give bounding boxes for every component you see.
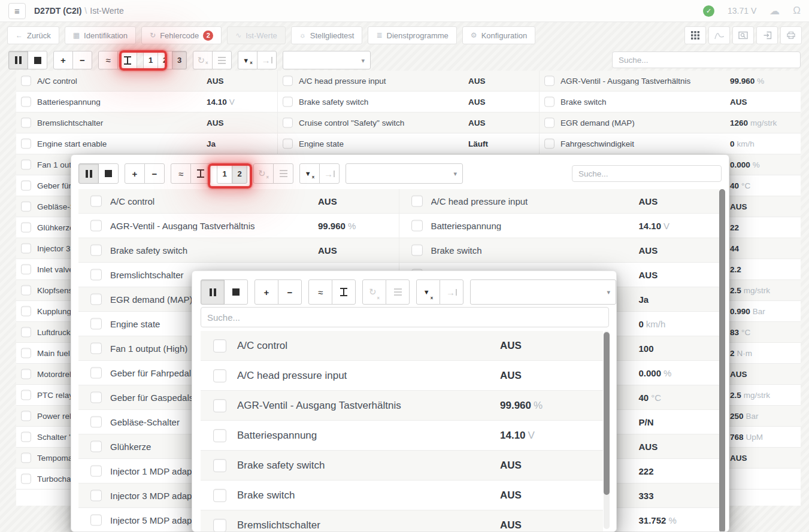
row-checkbox[interactable] <box>411 245 423 256</box>
row-checkbox[interactable] <box>21 76 31 86</box>
row-checkbox[interactable] <box>213 489 226 502</box>
row-checkbox[interactable] <box>283 139 293 149</box>
remove-parameter-button[interactable]: − <box>72 51 92 69</box>
clear-filter-button[interactable]: ▼x <box>238 51 257 69</box>
graph-mode-button[interactable]: ≈ <box>171 163 191 184</box>
parameter-row[interactable]: Brake safety switch AUS <box>78 238 399 263</box>
columns-3-button[interactable]: 3 <box>172 51 187 69</box>
row-checkbox[interactable] <box>21 474 31 484</box>
parameter-row[interactable]: Brake switch AUS <box>399 238 720 263</box>
export-button[interactable]: → <box>257 51 277 69</box>
row-checkbox[interactable] <box>21 97 31 107</box>
parameter-row[interactable]: Bremslichtschalter AUS <box>201 510 603 532</box>
row-checkbox[interactable] <box>21 285 31 296</box>
row-checkbox[interactable] <box>21 118 31 128</box>
list-view-button[interactable] <box>273 163 293 184</box>
clear-filter-button[interactable]: ▼x <box>416 279 440 305</box>
row-checkbox[interactable] <box>21 306 31 317</box>
parameter-row[interactable]: Brake switch AUS <box>201 481 603 510</box>
graph-view-button[interactable] <box>708 26 730 44</box>
overlay1-search-input[interactable] <box>572 165 722 182</box>
scrollbar-thumb[interactable] <box>719 189 725 532</box>
columns-1-button[interactable]: 1 <box>217 163 232 184</box>
row-checkbox[interactable] <box>21 223 31 233</box>
row-height-button[interactable] <box>117 51 137 69</box>
row-checkbox[interactable] <box>90 318 102 330</box>
row-checkbox[interactable] <box>213 399 226 412</box>
row-checkbox[interactable] <box>21 432 31 442</box>
headset-support-icon[interactable]: Ω <box>793 5 801 17</box>
row-checkbox[interactable] <box>21 181 31 191</box>
group-select-dropdown[interactable]: ▾ <box>346 163 463 184</box>
row-checkbox[interactable] <box>90 515 102 526</box>
row-checkbox[interactable] <box>283 97 293 107</box>
row-checkbox[interactable] <box>90 294 102 305</box>
parameter-row[interactable]: Batteriespannung 14.10V <box>16 92 277 113</box>
parameter-row[interactable]: Batteriespannung 14.10V <box>201 421 603 451</box>
reset-values-button[interactable]: ↻x <box>253 163 274 184</box>
row-checkbox[interactable] <box>544 76 555 86</box>
parameter-row[interactable]: Bremslichtschalter AUS <box>16 113 277 133</box>
graph-mode-button[interactable]: ≈ <box>308 279 332 305</box>
parameter-row[interactable]: AGR-Ventil - Ausgang Tastverhältnis 99.9… <box>78 214 399 238</box>
add-parameter-button[interactable]: + <box>53 51 73 69</box>
row-checkbox[interactable] <box>411 196 423 207</box>
row-checkbox[interactable] <box>21 390 31 400</box>
clear-filter-button[interactable]: ▼x <box>299 163 320 184</box>
row-height-button[interactable] <box>190 163 211 184</box>
parameter-row[interactable]: Fahrgeschwindigkeit 0km/h <box>540 133 801 154</box>
parameter-row[interactable]: Brake safety switch AUS <box>201 451 603 481</box>
overlay2-scrollbar[interactable] <box>604 331 610 529</box>
row-checkbox[interactable] <box>21 202 31 212</box>
hamburger-menu-button[interactable]: ≡ <box>8 3 26 19</box>
back-button[interactable]: ← Zurück <box>7 26 59 44</box>
row-checkbox[interactable] <box>411 220 423 232</box>
tab-fehlercode[interactable]: ↻ Fehlercode 2 <box>141 26 222 44</box>
tab-stellgliedtest[interactable]: ☼ Stellgliedtest <box>291 26 363 44</box>
group-select-dropdown[interactable]: ▾ <box>283 51 371 69</box>
list-view-button[interactable] <box>212 51 232 69</box>
row-checkbox[interactable] <box>90 392 102 403</box>
remove-parameter-button[interactable]: − <box>278 279 302 305</box>
add-parameter-button[interactable]: + <box>125 163 145 184</box>
parameter-row[interactable]: A/C head pressure input AUS <box>399 189 720 214</box>
list-view-button[interactable] <box>386 279 410 305</box>
parameter-row[interactable]: Engine state Läuft <box>278 133 539 154</box>
parameter-row[interactable]: Brake safety switch AUS <box>278 92 539 113</box>
row-checkbox[interactable] <box>283 76 293 86</box>
reset-values-button[interactable]: ↻x <box>362 279 386 305</box>
overlay1-scrollbar[interactable] <box>719 189 725 532</box>
parameter-row[interactable]: AGR-Ventil - Ausgang Tastverhältnis 99.9… <box>540 71 801 92</box>
stop-button[interactable] <box>98 163 119 184</box>
row-checkbox[interactable] <box>21 265 31 275</box>
columns-1-button[interactable]: 1 <box>143 51 158 69</box>
export-button[interactable]: → <box>440 279 463 305</box>
group-select-dropdown[interactable]: ▾ <box>470 279 616 305</box>
row-checkbox[interactable] <box>90 441 102 452</box>
row-checkbox[interactable] <box>21 244 31 254</box>
cloud-icon[interactable]: ☁ <box>769 5 780 17</box>
row-checkbox[interactable] <box>21 327 31 338</box>
row-checkbox[interactable] <box>544 97 555 107</box>
screenshot-button[interactable] <box>732 26 754 44</box>
row-checkbox[interactable] <box>21 348 31 358</box>
exit-session-button[interactable] <box>756 26 778 44</box>
tab-dienstprogramme[interactable]: ≣ Dienstprogramme <box>368 26 456 44</box>
tab-identifikation[interactable]: ▦ Identifikation <box>65 26 136 44</box>
row-checkbox[interactable] <box>90 417 102 428</box>
row-checkbox[interactable] <box>21 369 31 379</box>
grid-view-button[interactable] <box>684 26 706 44</box>
columns-2-button[interactable]: 2 <box>157 51 172 69</box>
print-button[interactable] <box>780 26 802 44</box>
parameter-row[interactable]: A/C control AUS <box>16 71 277 92</box>
overlay2-search-input[interactable] <box>201 307 609 327</box>
row-checkbox[interactable] <box>90 269 102 281</box>
parameter-row[interactable]: Engine start enable Ja <box>16 133 277 154</box>
remove-parameter-button[interactable]: − <box>144 163 165 184</box>
parameter-row[interactable]: AGR-Ventil - Ausgang Tastverhältnis 99.9… <box>201 391 603 421</box>
row-checkbox[interactable] <box>544 118 555 128</box>
parameter-row[interactable]: Cruise control "Safety" switch AUS <box>278 113 539 133</box>
row-checkbox[interactable] <box>90 490 102 501</box>
row-checkbox[interactable] <box>283 118 293 128</box>
pause-button[interactable] <box>8 51 28 69</box>
